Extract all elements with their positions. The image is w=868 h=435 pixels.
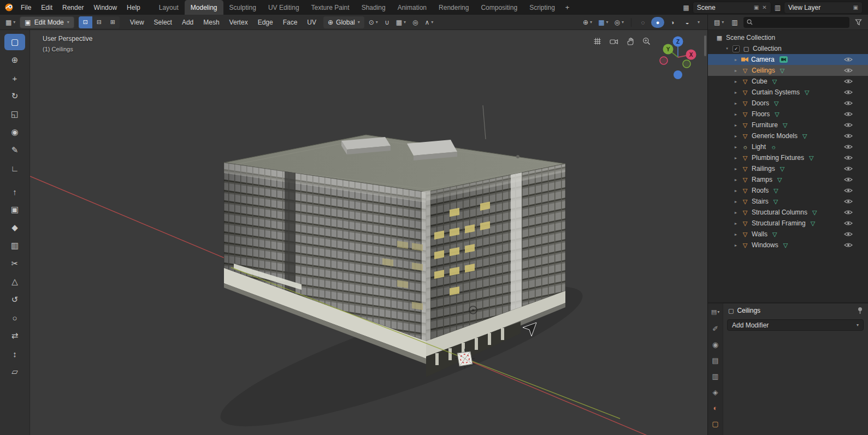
object-name[interactable]: Ceilings: [752, 67, 775, 74]
outliner-row-structural-columns[interactable]: ► ▽ Structural Columns ▽: [708, 207, 868, 218]
disclosure-icon[interactable]: ►: [733, 200, 739, 204]
tool-smooth[interactable]: ○: [4, 309, 25, 326]
disclosure-icon[interactable]: ►: [733, 134, 739, 138]
tool-select-box[interactable]: ▢: [4, 34, 25, 50]
visibility-eye-icon[interactable]: [844, 210, 853, 215]
collection-label[interactable]: Collection: [753, 45, 782, 52]
disclosure-icon[interactable]: ►: [733, 167, 739, 171]
object-name[interactable]: Floors: [752, 110, 770, 118]
disclosure-icon[interactable]: ►: [733, 91, 739, 94]
visibility-eye-icon[interactable]: [844, 122, 853, 128]
visibility-eye-icon[interactable]: [844, 221, 853, 226]
add-workspace-button[interactable]: +: [561, 3, 574, 11]
object-name[interactable]: Ramps: [752, 176, 772, 183]
outliner-row-curtain-systems[interactable]: ► ▽ Curtain Systems ▽: [708, 87, 868, 98]
show-gizmos-toggle[interactable]: ⊕ ▾: [581, 17, 594, 27]
unlink-scene-icon[interactable]: ✕: [762, 4, 766, 10]
outliner-editor-type-button[interactable]: ▤ ▾: [712, 17, 726, 27]
toolbar-menu-edge[interactable]: Edge: [253, 15, 278, 29]
new-view-layer-icon[interactable]: ▣: [853, 4, 858, 10]
workspace-tab-rendering[interactable]: Rendering: [433, 0, 475, 15]
outliner-row-floors[interactable]: ► ▽ Floors ▽: [708, 109, 868, 120]
gizmo-minus-z-axis[interactable]: [674, 70, 682, 79]
object-name[interactable]: Light: [752, 143, 766, 151]
visibility-eye-icon[interactable]: [844, 144, 853, 150]
disclosure-icon[interactable]: ►: [733, 243, 739, 247]
object-name[interactable]: Railings: [752, 165, 775, 172]
tool-scale[interactable]: ◱: [4, 106, 25, 122]
zoom-icon[interactable]: [642, 37, 651, 45]
workspace-tab-scripting[interactable]: Scripting: [523, 0, 561, 15]
outliner-row-collection[interactable]: ▾ ✓ ▢ Collection: [708, 43, 868, 54]
face-select-button[interactable]: ⊞: [106, 16, 120, 28]
visibility-eye-icon[interactable]: [844, 199, 853, 204]
visibility-eye-icon[interactable]: [844, 79, 853, 84]
outliner-row-roofs[interactable]: ► ▽ Roofs ▽: [708, 185, 868, 196]
outliner-row-doors[interactable]: ► ▽ Doors ▽: [708, 98, 868, 109]
visibility-eye-icon[interactable]: [844, 133, 853, 139]
outliner-row-light[interactable]: ► ☼ Light ☼: [708, 141, 868, 152]
shading-wireframe-button[interactable]: ◌: [636, 17, 649, 28]
transform-orientation-selector[interactable]: ⊕ Global ▾: [323, 16, 364, 28]
tool-cursor[interactable]: ⊕: [4, 52, 25, 68]
outliner-row-ramps[interactable]: ► ▽ Ramps ▽: [708, 174, 868, 185]
toolbar-menu-select[interactable]: Select: [149, 15, 177, 29]
pivot-point-selector[interactable]: ⊙ ▾: [367, 17, 380, 27]
toolbar-menu-mesh[interactable]: Mesh: [198, 15, 224, 29]
object-properties-tab[interactable]: ▢: [712, 420, 718, 428]
tool-edge-slide[interactable]: ⇄: [4, 327, 25, 344]
workspace-tab-compositing[interactable]: Compositing: [475, 0, 523, 15]
menu-window[interactable]: Window: [88, 0, 122, 15]
workspace-tab-layout[interactable]: Layout: [153, 0, 185, 15]
visibility-eye-icon[interactable]: [844, 231, 853, 237]
visibility-eye-icon[interactable]: [844, 177, 853, 182]
properties-editor-type-button[interactable]: ▤ ▾: [711, 308, 719, 316]
blender-logo-icon[interactable]: [4, 3, 14, 12]
outliner-search-input[interactable]: [755, 19, 846, 26]
viewport-3d[interactable]: User Perspective (1) Ceilings: [30, 30, 707, 435]
menu-help[interactable]: Help: [122, 0, 145, 15]
object-name[interactable]: Windows: [752, 241, 778, 249]
output-properties-tab[interactable]: ▤: [712, 356, 718, 365]
visibility-eye-icon[interactable]: [844, 155, 853, 160]
tool-loop-cut[interactable]: ▥: [4, 237, 25, 254]
toggle-xray-button[interactable]: ▦ ▾: [596, 17, 610, 27]
editor-type-button[interactable]: ▦ ▾: [3, 17, 17, 27]
tool-transform[interactable]: ◉: [4, 124, 25, 140]
edge-select-button[interactable]: ⊟: [92, 16, 106, 28]
disclosure-icon[interactable]: ►: [733, 80, 739, 84]
disclosure-icon[interactable]: ►: [733, 222, 739, 225]
object-name[interactable]: Camera: [751, 56, 775, 63]
object-name[interactable]: Furniture: [752, 121, 778, 129]
perspective-grid-icon[interactable]: [593, 37, 601, 45]
disclosure-icon[interactable]: ►: [733, 233, 739, 236]
visibility-eye-icon[interactable]: [844, 166, 853, 171]
disclosure-icon[interactable]: ►: [733, 123, 739, 127]
snap-target-selector[interactable]: ▦ ▾: [394, 17, 408, 27]
toolbar-menu-add[interactable]: Add: [177, 15, 198, 29]
disclosure-icon[interactable]: ►: [733, 211, 739, 214]
disclosure-icon[interactable]: ►: [733, 112, 739, 116]
menu-file[interactable]: File: [16, 0, 36, 15]
new-scene-icon[interactable]: ▣: [754, 4, 759, 10]
disclosure-icon[interactable]: ►: [733, 189, 739, 193]
object-name[interactable]: Generic Models: [752, 132, 798, 140]
workspace-tab-shading[interactable]: Shading: [356, 0, 392, 15]
shading-rendered-button[interactable]: ◒: [681, 17, 694, 28]
visibility-eye-icon[interactable]: [844, 68, 853, 73]
disclosure-icon[interactable]: ►: [733, 178, 739, 182]
show-overlays-toggle[interactable]: ◎ ▾: [612, 17, 626, 27]
visibility-eye-icon[interactable]: [844, 188, 853, 193]
shading-dropdown[interactable]: ▾: [695, 19, 702, 26]
visibility-eye-icon[interactable]: [844, 111, 853, 117]
outliner-row-cube[interactable]: ► ▽ Cube ▽: [708, 76, 868, 87]
pin-icon[interactable]: [857, 307, 863, 314]
disclosure-icon[interactable]: ►: [733, 102, 739, 105]
object-name[interactable]: Stairs: [752, 198, 769, 205]
outliner-display-mode-button[interactable]: ▥: [729, 17, 740, 27]
outliner-row-plumbing-fixtures[interactable]: ► ▽ Plumbing Fixtures ▽: [708, 152, 868, 163]
tool-inset-faces[interactable]: ▣: [4, 201, 25, 218]
proportional-edit-toggle[interactable]: ◎: [410, 17, 420, 27]
object-name[interactable]: Cube: [752, 78, 767, 85]
outliner-row-walls[interactable]: ► ▽ Walls ▽: [708, 229, 868, 240]
